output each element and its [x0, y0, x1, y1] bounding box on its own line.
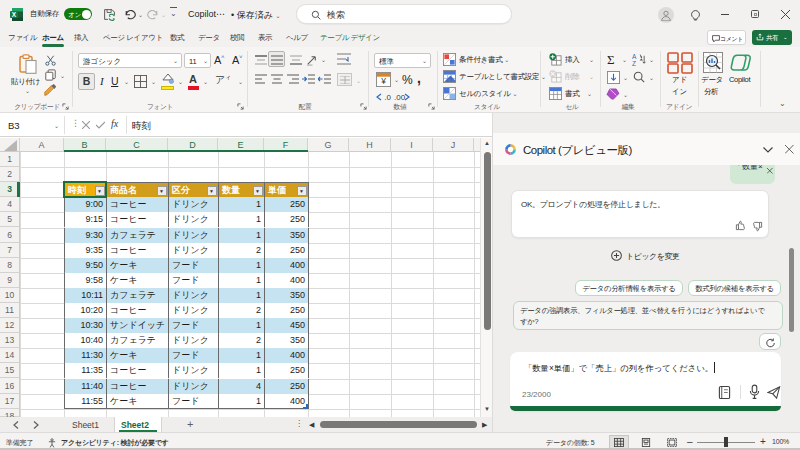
svg-text:.00: .00: [394, 93, 406, 102]
svg-text:A: A: [632, 53, 637, 60]
svg-text:¥: ¥: [380, 76, 386, 86]
svg-text:.0: .0: [384, 93, 391, 102]
svg-text:X: X: [12, 11, 17, 18]
svg-text:Z: Z: [632, 60, 636, 66]
